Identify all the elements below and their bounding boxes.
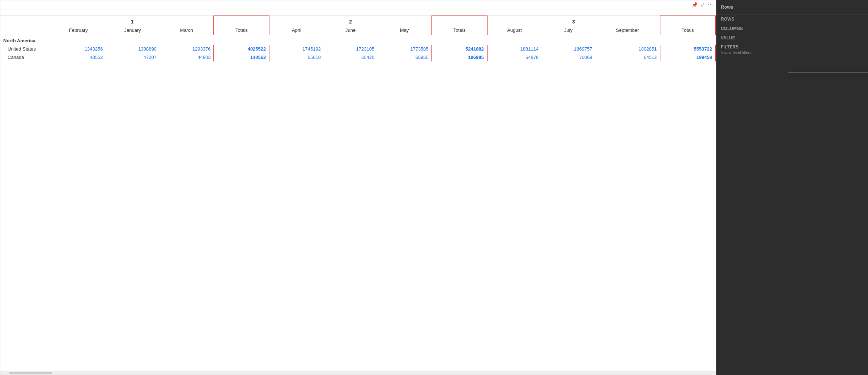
- right-panel: Rows Rows Columns Value FILTERS Visual l…: [716, 0, 868, 375]
- cell: 5553722: [660, 45, 715, 53]
- data-table: 1 2 3 February January March Totals Apri…: [0, 16, 716, 61]
- rows-label: Rows: [716, 14, 868, 22]
- apr-header: April: [269, 26, 324, 35]
- cell: 5241882: [432, 45, 487, 53]
- table-row: United States134325613888901293376402552…: [0, 45, 715, 53]
- aug-header: August: [487, 26, 542, 35]
- filters-list: [716, 56, 868, 375]
- cell: 196985: [432, 53, 487, 61]
- scrollbar-thumb[interactable]: [9, 372, 52, 374]
- filters-header: FILTERS: [716, 43, 868, 50]
- cell: 65420: [324, 53, 377, 61]
- cell: 48552: [51, 53, 106, 61]
- empty-header: [0, 16, 51, 26]
- may-header: May: [377, 26, 432, 35]
- month-header-row: February January March Totals April June…: [0, 26, 715, 35]
- more-icon[interactable]: ⋯: [708, 2, 713, 8]
- cell: 64512: [595, 53, 660, 61]
- quarter-3-header: 3: [487, 16, 660, 26]
- cell: 47207: [106, 53, 159, 61]
- table-row: Canada4855247207448031405626561065420659…: [0, 53, 715, 61]
- jul-header: July: [541, 26, 595, 35]
- cell: 1388890: [106, 45, 159, 53]
- jan-header: January: [106, 26, 159, 35]
- cell: 4025522: [214, 45, 269, 53]
- cell: 44803: [159, 53, 214, 61]
- cell: 1343256: [51, 45, 106, 53]
- group-name: North America: [0, 35, 715, 45]
- q3-totals-col-header: Totals: [660, 26, 715, 35]
- cell: 1293376: [159, 45, 214, 53]
- cell: United States: [0, 45, 51, 53]
- table-body: North AmericaUnited States13432561388890…: [0, 35, 715, 61]
- jun-header: June: [324, 26, 377, 35]
- group-header-row: North America: [0, 35, 715, 45]
- context-menu: [788, 72, 868, 73]
- totals-q3-header: [660, 16, 715, 26]
- horizontal-scrollbar[interactable]: [0, 371, 716, 375]
- cell: 65610: [269, 53, 324, 61]
- quarter-2-header: 2: [269, 16, 432, 26]
- cell: 140562: [214, 53, 269, 61]
- value-label: Value: [716, 33, 868, 41]
- table-title: [0, 9, 716, 16]
- top-bar: 📌 ⤢ ⋯: [0, 0, 716, 9]
- visual-level-label: Visual level filters: [716, 50, 868, 55]
- cell: 1869757: [541, 45, 595, 53]
- cell: 64878: [487, 53, 542, 61]
- filters-label: FILTERS: [721, 44, 739, 49]
- totals-q2-header: [432, 16, 487, 26]
- quarter-1-header: 1: [51, 16, 214, 26]
- cell: 1773585: [377, 45, 432, 53]
- cell: 199458: [660, 53, 715, 61]
- cell: 70068: [541, 53, 595, 61]
- q1-totals-col-header: Totals: [214, 26, 269, 35]
- table-wrapper[interactable]: 1 2 3 February January March Totals Apri…: [0, 16, 716, 371]
- cell: 65955: [377, 53, 432, 61]
- cell: 1745192: [269, 45, 324, 53]
- columns-label: Columns: [716, 24, 868, 32]
- country-col-header: [0, 26, 51, 35]
- cell: Canada: [0, 53, 51, 61]
- rows-section-top: Rows: [721, 3, 864, 11]
- cell: 1802851: [595, 45, 660, 53]
- rows-label-top: Rows: [721, 4, 733, 10]
- mar-header: March: [159, 26, 214, 35]
- quarter-header-row: 1 2 3: [0, 16, 715, 26]
- feb-header: February: [51, 26, 106, 35]
- pin-icon[interactable]: 📌: [692, 2, 698, 8]
- cell: 1723105: [324, 45, 377, 53]
- cell: 1881114: [487, 45, 542, 53]
- expand-icon[interactable]: ⤢: [701, 2, 705, 8]
- tree-panel: Rows: [716, 0, 868, 14]
- sep-header: September: [595, 26, 660, 35]
- q2-totals-col-header: Totals: [432, 26, 487, 35]
- main-table-area: 📌 ⤢ ⋯ 1 2 3 February January: [0, 0, 716, 375]
- totals-q1-header: [214, 16, 269, 26]
